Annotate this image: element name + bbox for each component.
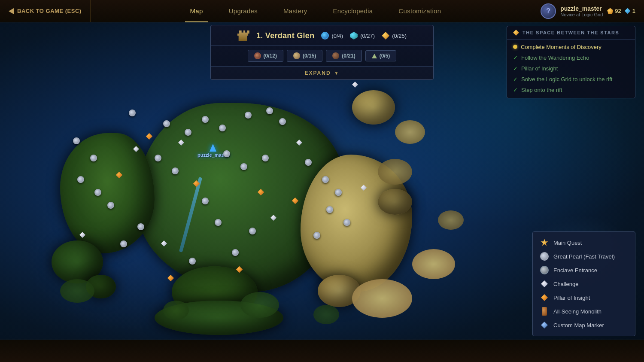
back-to-game-button[interactable]: BACK TO GAME (ESC) xyxy=(0,0,91,22)
crystal-stat-icon xyxy=(350,32,358,40)
user-info: puzzle_master Novice at Logic Grid xyxy=(560,5,603,17)
area-stat-orbs: (0/4) xyxy=(321,32,343,40)
check-icon-1: ✓ xyxy=(513,55,518,62)
map-marker[interactable] xyxy=(223,150,230,157)
pillar-marker[interactable] xyxy=(167,275,174,281)
area-title-row: 1. Verdant Glen (0/4) (0/27) (0/25) xyxy=(211,25,433,46)
back-arrow-icon xyxy=(9,8,14,14)
map-marker[interactable] xyxy=(77,176,84,183)
map-marker[interactable] xyxy=(335,189,342,196)
floating-island xyxy=(313,305,339,324)
map-marker[interactable] xyxy=(120,240,127,247)
legend-item-pillar: Pillar of Insight xyxy=(540,293,628,302)
map-marker[interactable] xyxy=(90,155,97,161)
map-marker[interactable] xyxy=(305,159,312,166)
challenge-marker[interactable] xyxy=(352,82,358,88)
quest-title-label: THE SPACE BETWEEN THE STARS xyxy=(522,30,619,35)
map-marker[interactable] xyxy=(249,228,256,234)
legend-item-challenge: Challenge xyxy=(540,279,628,289)
quest-item-complete-3: ✓ Solve the Logic Grid to unlock the rif… xyxy=(513,76,629,83)
username-label: puzzle_master xyxy=(560,5,601,12)
challenge-icon xyxy=(541,280,548,287)
bottom-bar xyxy=(0,340,644,362)
tab-upgrades[interactable]: Upgrades xyxy=(216,0,270,22)
help-button[interactable]: ? xyxy=(541,3,556,19)
map-marker[interactable] xyxy=(266,107,273,114)
player-arrow-icon xyxy=(210,144,216,152)
legend-icon-container xyxy=(540,265,549,275)
tab-mastery[interactable]: Mastery xyxy=(270,0,320,22)
map-marker[interactable] xyxy=(129,110,136,116)
map-marker[interactable] xyxy=(240,163,247,170)
map-marker[interactable] xyxy=(343,219,350,226)
tab-customization[interactable]: Customization xyxy=(386,0,454,22)
map-marker[interactable] xyxy=(215,219,222,226)
map-marker[interactable] xyxy=(172,167,179,174)
floating-island xyxy=(395,120,425,144)
map-marker[interactable] xyxy=(185,129,191,136)
map-marker[interactable] xyxy=(313,232,320,239)
map-marker[interactable] xyxy=(94,189,101,196)
floating-island xyxy=(163,301,189,320)
gem-currency: 92 xyxy=(607,8,621,14)
legend-item-monolith: All-Seeing Monolith xyxy=(540,307,628,316)
user-subtitle-label: Novice at Logic Grid xyxy=(560,12,603,17)
navigation-tabs: Map Upgrades Mastery Encyclopedia Custom… xyxy=(91,0,541,22)
pillar-marker[interactable] xyxy=(146,133,152,140)
map-marker[interactable] xyxy=(219,125,226,131)
expand-button[interactable]: EXPAND xyxy=(211,67,433,79)
crystal-currency: 1 xyxy=(625,8,635,14)
map-marker[interactable] xyxy=(202,116,209,123)
quest-item-complete-2: ✓ Pillar of Insight xyxy=(513,65,629,73)
tab-map[interactable]: Map xyxy=(177,0,216,22)
floating-island xyxy=(438,210,464,230)
floating-island xyxy=(240,292,279,318)
user-section: ? puzzle_master Novice at Logic Grid 92 … xyxy=(541,3,644,19)
floating-island xyxy=(412,249,455,279)
map-marker[interactable] xyxy=(155,155,161,161)
enclave-icon xyxy=(540,266,549,274)
quest-diamond-icon xyxy=(513,30,519,36)
map-marker[interactable] xyxy=(163,120,170,127)
quest-item-complete-1: ✓ Follow the Wandering Echo xyxy=(513,55,629,62)
map-marker[interactable] xyxy=(107,202,114,209)
map-marker[interactable] xyxy=(322,176,329,183)
gem-icon xyxy=(607,8,613,14)
diamond-stat-icon xyxy=(382,32,389,40)
tab-encyclopedia[interactable]: Encyclopedia xyxy=(320,0,386,22)
check-icon-2: ✓ xyxy=(513,65,518,73)
counter-icon-4 xyxy=(372,54,377,58)
counter-icon-1 xyxy=(254,52,261,59)
legend-item-great-pearl: Great Pearl (Fast Travel) xyxy=(540,252,628,261)
map-marker[interactable] xyxy=(326,206,333,213)
great-pearl-icon xyxy=(540,252,549,261)
check-icon-4: ✓ xyxy=(513,87,518,94)
area-stat-diamonds: (0/25) xyxy=(382,32,407,40)
counter-2: (0/15) xyxy=(287,50,322,62)
crystal-icon xyxy=(625,8,631,14)
legend-icon-container xyxy=(540,307,549,316)
map-marker[interactable] xyxy=(189,258,196,265)
legend-icon-container xyxy=(540,252,549,261)
map-marker[interactable] xyxy=(245,112,252,119)
counter-icon-2 xyxy=(293,52,300,59)
legend-icon-container xyxy=(540,320,549,330)
floating-island xyxy=(352,279,412,318)
map-marker[interactable] xyxy=(279,118,286,125)
floating-island xyxy=(60,279,94,303)
map-marker[interactable] xyxy=(202,198,209,204)
legend-item-enclave: Enclave Entrance xyxy=(540,265,628,275)
land-island-1 xyxy=(352,90,395,125)
legend-item-custom-marker: Custom Map Marker xyxy=(540,320,628,330)
area-info-panel: 1. Verdant Glen (0/4) (0/27) (0/25) (0/1… xyxy=(210,25,434,80)
main-quest-icon xyxy=(541,239,548,246)
map-marker[interactable] xyxy=(262,155,269,161)
active-dot-icon xyxy=(513,45,517,49)
map-marker[interactable] xyxy=(232,249,239,256)
area-name-label: 1. Verdant Glen xyxy=(256,31,315,40)
land-left xyxy=(60,133,155,253)
map-marker[interactable] xyxy=(73,137,80,144)
currency-display: 92 1 xyxy=(607,8,635,14)
map-marker[interactable] xyxy=(137,223,144,230)
counter-icon-3 xyxy=(332,52,339,59)
